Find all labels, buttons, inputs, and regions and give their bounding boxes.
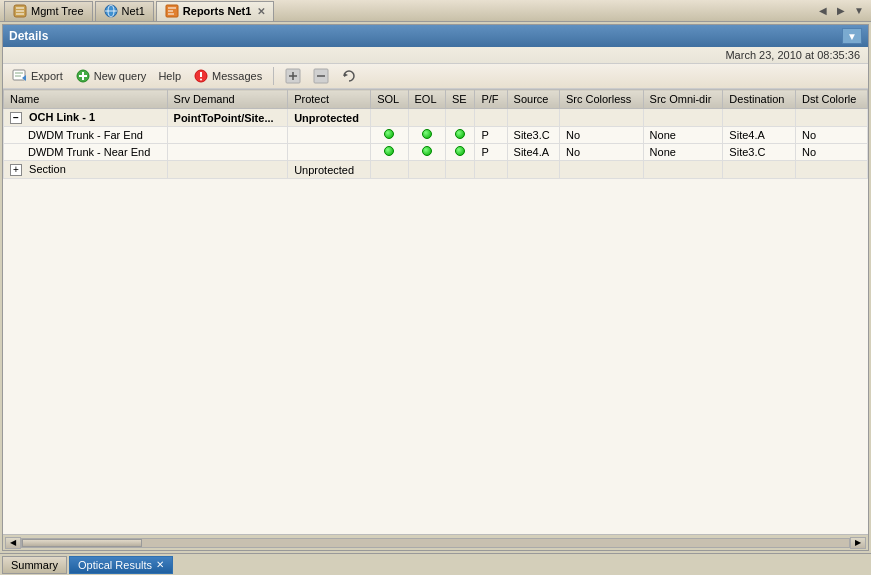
col-destination: Destination	[723, 90, 796, 109]
row-destination: Site4.A	[723, 127, 796, 144]
new-query-label: New query	[94, 70, 147, 82]
details-title: Details	[9, 29, 48, 43]
side-label: 249 153	[733, 281, 871, 295]
toolbar: Export New query Help	[3, 64, 868, 89]
col-se: SE	[445, 90, 475, 109]
nav-right-icon[interactable]: ▶	[833, 3, 849, 19]
row-sol	[371, 144, 408, 161]
datetime-bar: March 23, 2010 at 08:35:36	[3, 47, 868, 64]
row-dst-colorless	[795, 109, 867, 127]
tab-optical-results-close-icon[interactable]: ✕	[156, 559, 164, 570]
table-row: DWDM Trunk - Near End P Site4.A No None …	[4, 144, 868, 161]
nav-down-icon[interactable]: ▼	[851, 3, 867, 19]
row-src-omni	[643, 109, 723, 127]
row-src-omni: None	[643, 144, 723, 161]
row-protect: Unprotected	[288, 109, 371, 127]
status-dot-eol	[422, 146, 432, 156]
messages-label: Messages	[212, 70, 262, 82]
row-se	[445, 144, 475, 161]
tab-reports-close-icon[interactable]: ✕	[257, 6, 265, 17]
row-eol	[408, 144, 445, 161]
status-dot-eol	[422, 129, 432, 139]
status-dot-se	[455, 129, 465, 139]
plus-button[interactable]	[282, 67, 304, 85]
table-row: DWDM Trunk - Far End P Site3.C No None S…	[4, 127, 868, 144]
collapse-icon: ▼	[847, 31, 857, 42]
row-sol	[371, 127, 408, 144]
collapse-button[interactable]: ▼	[842, 28, 862, 44]
reports-icon	[165, 4, 179, 18]
svg-point-20	[200, 79, 202, 81]
row-source: Site4.A	[507, 144, 559, 161]
datetime-text: March 23, 2010 at 08:35:36	[725, 49, 860, 61]
horizontal-scrollbar[interactable]: ◀ ▶	[3, 534, 868, 550]
tab-reports-net1-label: Reports Net1	[183, 5, 251, 17]
row-pf: P	[475, 144, 507, 161]
row-eol	[408, 127, 445, 144]
table-row: − OCH Link - 1 PointToPoint/Site... Unpr…	[4, 109, 868, 127]
expand-icon[interactable]: −	[10, 112, 22, 124]
help-button[interactable]: Help	[155, 69, 184, 83]
new-query-button[interactable]: New query	[72, 67, 150, 85]
col-sol: SOL	[371, 90, 408, 109]
scrollbar-thumb[interactable]	[22, 539, 142, 547]
table-header-row: Name Srv Demand Protect SOL EOL SE P/F S…	[4, 90, 868, 109]
row-srv-demand	[167, 144, 288, 161]
row-protect	[288, 144, 371, 161]
new-query-icon	[75, 68, 91, 84]
row-se	[445, 109, 475, 127]
toolbar-separator-1	[273, 67, 274, 85]
row-src-colorless: No	[559, 127, 643, 144]
row-eol	[408, 109, 445, 127]
row-protect: Unprotected	[288, 161, 371, 179]
tab-summary[interactable]: Summary	[2, 556, 67, 574]
col-pf: P/F	[475, 90, 507, 109]
row-source	[507, 109, 559, 127]
messages-icon	[193, 68, 209, 84]
scrollbar-track[interactable]	[21, 538, 850, 548]
status-dot-sol	[384, 129, 394, 139]
nav-arrows: ◀ ▶ ▼	[815, 3, 867, 19]
row-srv-demand	[167, 127, 288, 144]
tab-optical-results[interactable]: Optical Results ✕	[69, 556, 173, 574]
row-dst-colorless	[795, 161, 867, 179]
row-name: − OCH Link - 1	[4, 109, 168, 127]
minus-button[interactable]	[310, 67, 332, 85]
svg-marker-26	[344, 73, 348, 77]
refresh-button[interactable]	[338, 67, 360, 85]
main-content: Details ▼ March 23, 2010 at 08:35:36	[0, 22, 871, 575]
row-source: Site3.C	[507, 127, 559, 144]
expand-icon[interactable]: +	[10, 164, 22, 176]
row-srv-demand: PointToPoint/Site...	[167, 109, 288, 127]
row-src-omni: None	[643, 127, 723, 144]
results-table: Name Srv Demand Protect SOL EOL SE P/F S…	[3, 89, 868, 179]
row-dst-colorless: No	[795, 127, 867, 144]
export-button[interactable]: Export	[9, 67, 66, 85]
col-src-omni-dir: Src Omni-dir	[643, 90, 723, 109]
plus-icon	[285, 68, 301, 84]
tree-icon	[13, 4, 27, 18]
nav-left-icon[interactable]: ◀	[815, 3, 831, 19]
tab-reports-net1[interactable]: Reports Net1 ✕	[156, 1, 274, 21]
scrollbar-left-arrow[interactable]: ◀	[5, 537, 21, 549]
row-sol	[371, 109, 408, 127]
messages-button[interactable]: Messages	[190, 67, 265, 85]
row-name: DWDM Trunk - Far End	[4, 127, 168, 144]
row-name: + Section	[4, 161, 168, 179]
export-icon	[12, 68, 28, 84]
table-container[interactable]: Name Srv Demand Protect SOL EOL SE P/F S…	[3, 89, 868, 534]
row-srv-demand	[167, 161, 288, 179]
scrollbar-right-arrow[interactable]: ▶	[850, 537, 866, 549]
col-source: Source	[507, 90, 559, 109]
tab-net1[interactable]: Net1	[95, 1, 154, 21]
row-src-colorless	[559, 161, 643, 179]
tab-mgmt-tree-label: Mgmt Tree	[31, 5, 84, 17]
table-row: + Section Unprotected	[4, 161, 868, 179]
row-src-colorless	[559, 109, 643, 127]
tab-mgmt-tree[interactable]: Mgmt Tree	[4, 1, 93, 21]
row-eol	[408, 161, 445, 179]
row-dst-colorless: No	[795, 144, 867, 161]
row-source	[507, 161, 559, 179]
bottom-tabs: Summary Optical Results ✕	[0, 553, 871, 575]
status-dot-se	[455, 146, 465, 156]
